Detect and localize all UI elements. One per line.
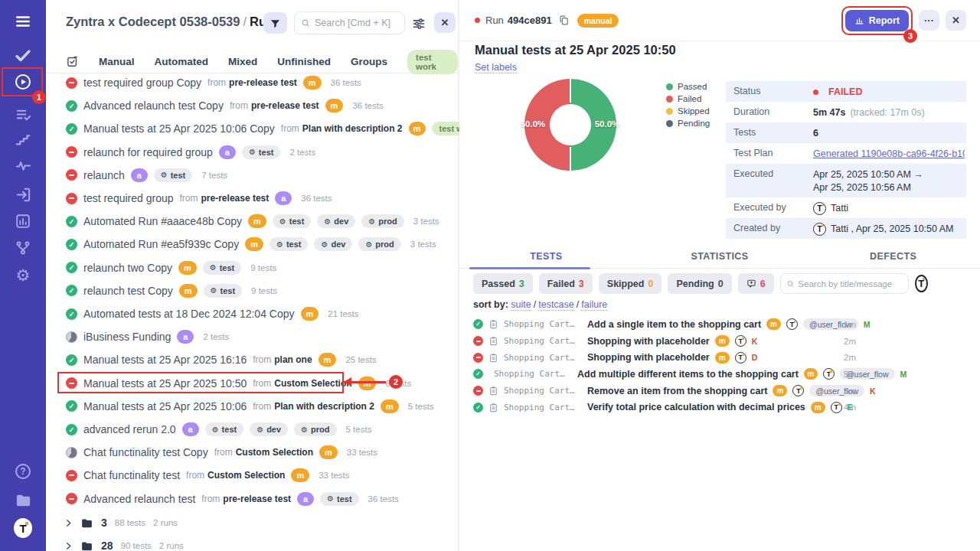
run-tests-count: 3 tests xyxy=(413,217,439,226)
run-list-item[interactable]: ✓Advanced relaunch test Copyfrompre-rele… xyxy=(46,94,458,117)
test-row[interactable]: ✓Shopping Cart…Verify total price calcul… xyxy=(473,399,902,416)
filter-skipped[interactable]: Skipped0 xyxy=(599,273,662,294)
play-circle-icon[interactable] xyxy=(14,73,32,91)
test-suite: Shopping Cart… xyxy=(504,336,582,346)
gear-icon: ⚙ xyxy=(324,217,331,226)
filter-button[interactable] xyxy=(263,12,287,34)
test-row[interactable]: Shopping Cart…Shopping with placeholderm… xyxy=(473,349,902,366)
close-panel-button[interactable]: ✕ xyxy=(434,12,456,33)
folder-row[interactable]: 2890 tests2 runs xyxy=(46,534,458,551)
failed-icon xyxy=(66,377,77,389)
run-list-item[interactable]: ✓Manual tests at 25 Apr 2025 10:06fromPl… xyxy=(46,395,458,418)
run-list-item[interactable]: ✓relaunch test Copym⚙test9 tests xyxy=(46,279,458,302)
run-list-item[interactable]: Chat functinality testfromCustom Selecti… xyxy=(46,464,458,487)
help-icon[interactable]: ? xyxy=(14,462,32,481)
filter-passed[interactable]: Passed3 xyxy=(473,273,533,294)
filter-pending[interactable]: Pending0 xyxy=(668,273,731,294)
search-box[interactable] xyxy=(294,11,405,34)
run-list-item[interactable]: ✓Manual tests at 25 Apr 2025 16:16frompl… xyxy=(46,348,458,371)
run-mode-badge: a xyxy=(177,330,194,344)
run-list-item[interactable]: test required group Copyfrompre-release … xyxy=(46,71,458,94)
logo-avatar[interactable]: T xyxy=(14,519,32,537)
run-list-item[interactable]: Advanced relaunch testfrompre-release te… xyxy=(46,487,458,510)
run-plan: pre-release test xyxy=(201,193,270,204)
chevron-right-icon xyxy=(64,519,73,527)
steps-icon[interactable] xyxy=(14,130,32,148)
folder-row[interactable]: 388 tests2 runs xyxy=(46,511,458,534)
run-list-item[interactable]: ✓Manual tests at 25 Apr 2025 10:06 Copyf… xyxy=(46,117,458,140)
comment-icon xyxy=(746,279,756,289)
run-list-item[interactable]: Chat functinality test CopyfromCustom Se… xyxy=(46,441,458,464)
testcase-icon xyxy=(488,353,498,363)
test-row[interactable]: ✓Shopping Cart…Add a single item to the … xyxy=(473,316,902,333)
run-list-item[interactable]: ✓relaunch two Copym⚙test9 tests xyxy=(46,256,458,279)
tab-mixed[interactable]: Mixed xyxy=(228,56,257,67)
chevron-right-icon xyxy=(64,542,73,550)
passed-icon: ✓ xyxy=(473,369,483,379)
copy-icon[interactable] xyxy=(558,15,570,26)
passed-icon: ✓ xyxy=(66,216,77,227)
run-tests-count: 9 tests xyxy=(250,263,276,272)
test-row[interactable]: Shopping Cart…Shopping with placeholderm… xyxy=(473,333,902,350)
bar-chart-icon[interactable] xyxy=(14,212,32,230)
test-row[interactable]: Shopping Cart…Remove an item from the sh… xyxy=(473,383,902,399)
sign-in-icon[interactable] xyxy=(14,185,32,204)
label-filter-badge[interactable]: test work xyxy=(407,50,458,74)
run-list-item[interactable]: relauncha⚙test7 tests xyxy=(46,164,458,187)
detail-tab-defects[interactable]: DEFECTS xyxy=(806,246,980,268)
run-list-item[interactable]: test required groupfrompre-release testa… xyxy=(46,187,458,210)
tab-automated[interactable]: Automated xyxy=(155,56,209,67)
more-button[interactable]: ··· xyxy=(919,10,939,31)
gear-icon: ⚙ xyxy=(279,217,286,226)
gear-icon[interactable]: ⚙ xyxy=(14,266,32,285)
filter-failed[interactable]: Failed3 xyxy=(539,273,593,294)
tab-groups[interactable]: Groups xyxy=(351,56,387,67)
tests-search-input[interactable] xyxy=(798,279,902,289)
test-title: Remove an item from the shopping cart xyxy=(587,386,767,396)
info-row: Executed byTTatti xyxy=(726,197,966,218)
detail-tab-tests[interactable]: TESTS xyxy=(459,246,633,268)
tracked-duration: (tracked: 17m 0s) xyxy=(850,106,924,119)
sort-by-testcase[interactable]: testcase xyxy=(538,299,574,311)
run-title: Manual tests at 25 Apr 2025 10:06 Copy xyxy=(83,122,275,135)
run-list-item[interactable]: relaunch for required groupa⚙test2 tests xyxy=(46,141,458,164)
close-detail-button[interactable]: ✕ xyxy=(946,10,966,31)
sort-by-suite[interactable]: suite xyxy=(511,299,531,311)
run-mode-badge: a xyxy=(275,191,292,205)
run-list-item[interactable]: ✓Automated Run #ea5f939c Copym⚙test⚙dev⚙… xyxy=(46,233,458,256)
folder-icon xyxy=(80,540,93,551)
list-check-icon[interactable] xyxy=(14,106,32,124)
annotation-badge-2: 2 xyxy=(389,375,403,389)
run-list-item[interactable]: ✓Automated Run #aaace48b Copym⚙test⚙dev⚙… xyxy=(46,210,458,233)
detail-topbar: Run 494ce891 manual Report 3 ··· ✕ xyxy=(459,0,980,41)
testcase-icon xyxy=(488,403,498,412)
sort-by-failure[interactable]: failure xyxy=(581,299,607,311)
detail-tab-statistics[interactable]: STATISTICS xyxy=(633,246,807,268)
tab-unfinished[interactable]: Unfinished xyxy=(277,56,331,67)
tests-search-box[interactable] xyxy=(780,273,909,294)
run-tests-count: 33 tests xyxy=(318,471,349,480)
info-label: Test Plan xyxy=(733,148,813,158)
run-list-item[interactable]: ✓advanced rerun 2.0a⚙test⚙dev⚙prod5 test… xyxy=(46,418,458,441)
testcase-icon xyxy=(488,336,498,346)
test-plan-link[interactable]: Generated 1190e08b-ca96-4f26-b10f-d... xyxy=(813,148,965,161)
select-all-icon[interactable] xyxy=(66,55,79,68)
report-button[interactable]: Report xyxy=(845,10,909,31)
check-icon[interactable] xyxy=(14,46,32,64)
search-input[interactable] xyxy=(315,18,398,28)
assignee-avatar[interactable]: T xyxy=(915,275,928,292)
run-list-item[interactable]: iBusiness Fundinga2 tests xyxy=(46,325,458,348)
donut-label-failed: 50.0% xyxy=(516,119,550,129)
branch-icon[interactable] xyxy=(14,239,32,257)
adjustments-icon[interactable] xyxy=(411,15,428,32)
pulse-icon[interactable] xyxy=(14,156,32,174)
run-list-item[interactable]: ✓Automated tests at 18 Dec 2024 12:04 Co… xyxy=(46,302,458,325)
tab-manual[interactable]: Manual xyxy=(99,56,135,67)
comments-filter[interactable]: 6 xyxy=(738,273,774,294)
env-badge: ⚙prod xyxy=(361,214,403,228)
test-row[interactable]: ✓Shopping Cart…Add multiple different it… xyxy=(473,366,902,383)
folder-icon[interactable] xyxy=(14,491,32,509)
set-labels-link[interactable]: Set labels xyxy=(475,62,517,73)
gear-icon: ⚙ xyxy=(321,240,328,249)
menu-icon[interactable] xyxy=(14,12,32,31)
